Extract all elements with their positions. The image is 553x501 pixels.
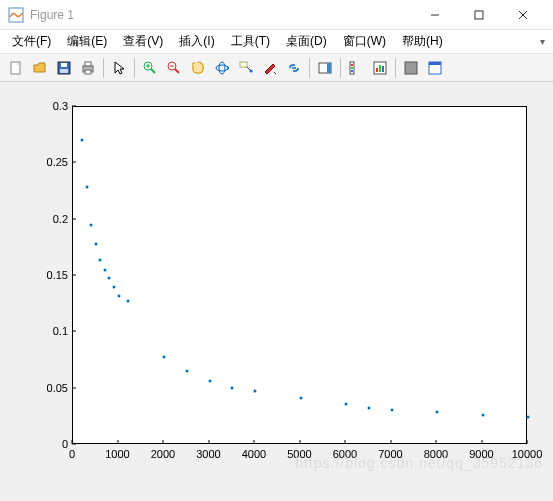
svg-rect-32 [379, 65, 381, 72]
y-tick-mark [72, 162, 76, 163]
plot-tools-icon[interactable] [369, 57, 391, 79]
x-tick-mark [481, 440, 482, 444]
svg-rect-10 [85, 62, 91, 66]
dock-icon[interactable] [424, 57, 446, 79]
toolbar-separator [309, 58, 310, 78]
svg-point-19 [216, 65, 228, 71]
data-point [117, 295, 120, 298]
menu-bar: 文件(F) 编辑(E) 查看(V) 插入(I) 工具(T) 桌面(D) 窗口(W… [0, 30, 553, 54]
x-tick-mark [254, 440, 255, 444]
axes[interactable] [72, 106, 527, 444]
y-tick-mark [72, 275, 76, 276]
svg-rect-34 [405, 62, 417, 74]
svg-rect-27 [351, 64, 353, 66]
y-tick-mark [72, 387, 76, 388]
menu-file[interactable]: 文件(F) [4, 31, 59, 52]
new-file-icon[interactable] [5, 57, 27, 79]
svg-rect-31 [376, 68, 378, 72]
data-point [126, 299, 129, 302]
svg-rect-7 [61, 63, 67, 67]
data-cursor-icon[interactable] [235, 57, 257, 79]
y-tick-mark [72, 444, 76, 445]
menu-desktop[interactable]: 桌面(D) [278, 31, 335, 52]
y-tick-label: 0.15 [0, 269, 68, 281]
insert-legend-icon[interactable] [345, 57, 367, 79]
x-tick-label: 2000 [143, 448, 183, 460]
toolbar [0, 54, 553, 82]
pointer-icon[interactable] [108, 57, 130, 79]
window-controls [413, 0, 545, 30]
data-point [163, 356, 166, 359]
svg-rect-36 [429, 62, 441, 65]
x-tick-mark [436, 440, 437, 444]
data-point [367, 406, 370, 409]
menu-window[interactable]: 窗口(W) [335, 31, 394, 52]
menu-help[interactable]: 帮助(H) [394, 31, 451, 52]
data-point [90, 224, 93, 227]
app-icon [8, 7, 24, 23]
menu-overflow-icon[interactable]: ▾ [540, 36, 545, 47]
svg-rect-8 [60, 69, 68, 73]
x-tick-label: 0 [52, 448, 92, 460]
menu-insert[interactable]: 插入(I) [171, 31, 222, 52]
svg-rect-2 [475, 11, 483, 19]
close-button[interactable] [501, 0, 545, 30]
rotate-3d-icon[interactable] [211, 57, 233, 79]
data-point [208, 379, 211, 382]
data-point [94, 243, 97, 246]
data-point [108, 277, 111, 280]
x-tick-label: 1000 [98, 448, 138, 460]
brush-icon[interactable] [259, 57, 281, 79]
x-tick-mark [527, 440, 528, 444]
svg-rect-11 [85, 70, 91, 74]
svg-rect-29 [351, 70, 353, 72]
hide-tools-icon[interactable] [400, 57, 422, 79]
open-file-icon[interactable] [29, 57, 51, 79]
menu-edit[interactable]: 编辑(E) [59, 31, 115, 52]
menu-view[interactable]: 查看(V) [115, 31, 171, 52]
window-title: Figure 1 [30, 8, 413, 22]
y-tick-mark [72, 331, 76, 332]
y-tick-label: 0.1 [0, 325, 68, 337]
zoom-out-icon[interactable] [163, 57, 185, 79]
print-icon[interactable] [77, 57, 99, 79]
x-tick-mark [208, 440, 209, 444]
save-icon[interactable] [53, 57, 75, 79]
minimize-button[interactable] [413, 0, 457, 30]
toolbar-separator [134, 58, 135, 78]
y-tick-label: 0.05 [0, 382, 68, 394]
svg-point-23 [250, 69, 253, 72]
data-point [481, 413, 484, 416]
menu-tools[interactable]: 工具(T) [223, 31, 278, 52]
toolbar-separator [103, 58, 104, 78]
data-point [390, 409, 393, 412]
y-tick-label: 0.25 [0, 156, 68, 168]
data-point [299, 396, 302, 399]
x-tick-mark [163, 440, 164, 444]
svg-rect-21 [240, 62, 247, 67]
link-icon[interactable] [283, 57, 305, 79]
x-tick-label: 3000 [189, 448, 229, 460]
x-tick-mark [299, 440, 300, 444]
data-point [81, 138, 84, 141]
x-tick-mark [345, 440, 346, 444]
y-tick-label: 0.2 [0, 213, 68, 225]
y-tick-mark [72, 106, 76, 107]
zoom-in-icon[interactable] [139, 57, 161, 79]
maximize-button[interactable] [457, 0, 501, 30]
toolbar-separator [395, 58, 396, 78]
data-point [185, 369, 188, 372]
svg-line-13 [151, 69, 155, 73]
x-tick-mark [72, 440, 73, 444]
insert-colorbar-icon[interactable] [314, 57, 336, 79]
data-point [345, 403, 348, 406]
data-point [231, 386, 234, 389]
title-bar: Figure 1 [0, 0, 553, 30]
x-tick-label: 4000 [234, 448, 274, 460]
pan-icon[interactable] [187, 57, 209, 79]
data-point [103, 269, 106, 272]
data-point [436, 411, 439, 414]
x-tick-mark [390, 440, 391, 444]
x-tick-mark [117, 440, 118, 444]
y-tick-label: 0.3 [0, 100, 68, 112]
